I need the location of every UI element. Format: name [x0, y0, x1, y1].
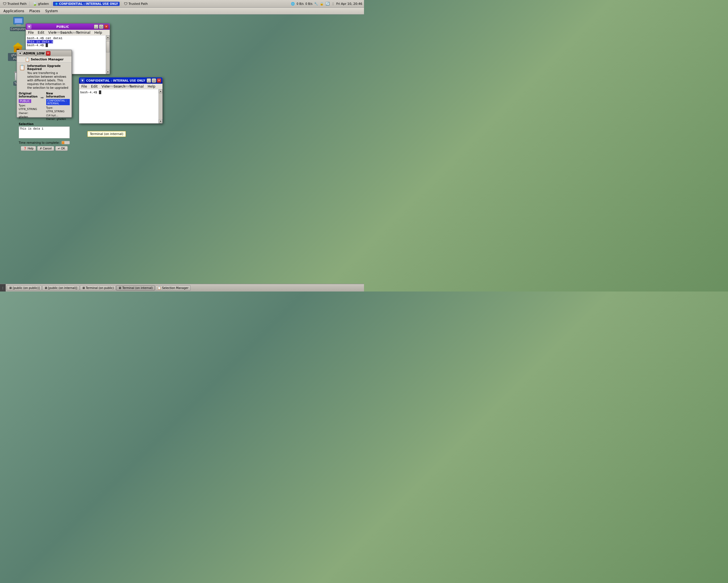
- computer-label: Computer: [10, 27, 27, 31]
- trusted-path-btn-1[interactable]: 🛡 Trusted Path: [1, 1, 28, 6]
- window-menu-btn[interactable]: ▼: [27, 24, 31, 29]
- confidential-terminal-window: ▼ CONFIDENTIAL : INTERNAL USE ONLY _ □ ✕…: [79, 77, 163, 124]
- dialog-body: 📋 Information Upgrade Required You are t…: [17, 63, 72, 153]
- pub-menu-file[interactable]: File: [27, 31, 35, 34]
- terminal-icon-3: 🖥: [82, 286, 85, 290]
- taskbar-item-public-public[interactable]: 🖥 [public (on public)]: [7, 285, 42, 290]
- cancel-button[interactable]: ✗ Cancel: [37, 146, 54, 151]
- public-titlebar-label: PUBLIC: [31, 25, 94, 29]
- selected-text: This is data 1: [27, 40, 53, 43]
- new-col: New Information CONFIDENTIAL : INTERNAL …: [46, 92, 70, 121]
- terminal-line-3: bash-4.4$: [27, 43, 109, 47]
- confidential-btn[interactable]: 💠 CONFIDENTIAL : INTERNAL USE ONLY: [53, 2, 120, 6]
- taskbar-start[interactable]: ⋮: [0, 284, 6, 292]
- ok-label: OK: [61, 147, 65, 150]
- dialog-titlebar[interactable]: ▼ ADMIN_LOW ✕: [17, 50, 72, 56]
- help-label: Help: [27, 147, 33, 150]
- taskbar-item-label-5: Selection Manager: [162, 286, 188, 289]
- scroll-up[interactable]: ▲: [106, 35, 110, 40]
- conf-window-menu-btn[interactable]: ▼: [80, 78, 85, 83]
- top-panel-right: 🌐 0 B/s 0 B/s 🔧 🔒 🔄 ⋮ Fri Apr 10, 20:46: [289, 2, 364, 6]
- pub-menu-edit[interactable]: Edit: [36, 31, 45, 34]
- selection-section: Selection: [19, 123, 70, 139]
- taskbar-item-label-2: [public (on internal)]: [48, 286, 77, 289]
- menu-system[interactable]: System: [43, 8, 60, 14]
- conf-window-controls: _ □ ✕: [147, 78, 161, 83]
- conf-scroll-down[interactable]: ▼: [159, 119, 162, 123]
- dialog-title-text: Selection Manager: [31, 57, 64, 61]
- selection-label: Selection: [19, 123, 70, 126]
- dialog-window-title: ADMIN_LOW: [23, 52, 45, 55]
- dialog-close-btn[interactable]: ✕: [46, 51, 50, 56]
- clipboard-icon: 📋: [25, 57, 30, 62]
- maximize-btn[interactable]: □: [99, 24, 103, 29]
- conf-menu-edit[interactable]: Edit: [90, 84, 99, 88]
- close-btn[interactable]: ✕: [104, 24, 109, 29]
- conf-menu-help[interactable]: Help: [147, 84, 156, 88]
- lock-icon: 🔒: [320, 2, 324, 6]
- confidential-icon: 💠: [55, 2, 58, 5]
- tooltip-text: Terminal (on internal): [90, 132, 123, 136]
- conf-maximize-btn[interactable]: □: [152, 78, 156, 83]
- scroll-thumb[interactable]: [106, 41, 110, 52]
- taskbar-item-public-internal[interactable]: 🖥 [public (on internal)]: [42, 285, 79, 290]
- terminal-icon-2: 🖥: [44, 286, 47, 290]
- leaf-icon: 🍃: [33, 2, 37, 6]
- confidential-terminal-menubar: Terminal (on internal) File Edit View Se…: [79, 84, 162, 89]
- timer-row: Time remaining to complete:: [19, 141, 70, 144]
- dialog-buttons: ❓ Help ✗ Cancel ↵ OK: [19, 146, 70, 151]
- taskbar-item-selection-manager[interactable]: 📋 Selection Manager: [155, 285, 190, 290]
- network-icon: 🌐: [291, 2, 295, 6]
- scroll-down[interactable]: ▼: [106, 70, 110, 74]
- conf-close-btn[interactable]: ✕: [157, 78, 161, 83]
- info-box: 📋 Information Upgrade Required You are t…: [19, 65, 70, 90]
- selection-textarea[interactable]: [19, 126, 70, 138]
- terminal-subtitle: Terminal (on public): [54, 31, 82, 34]
- info-icon: 📋: [19, 65, 26, 73]
- conf-terminal-subtitle: Terminal (on internal): [105, 85, 136, 88]
- tooltip: Terminal (on internal): [87, 131, 126, 137]
- cancel-icon: ✗: [40, 147, 42, 150]
- top-panel: 🛡 Trusted Path 🍃 gfaden 💠 CONFIDENTIAL :…: [0, 0, 364, 8]
- ok-button[interactable]: ↵ OK: [55, 146, 68, 151]
- taskbar-item-terminal-public[interactable]: 🖥 Terminal (on public): [80, 285, 116, 290]
- menu-applications[interactable]: Applications: [1, 8, 26, 14]
- dialog-menu-btn[interactable]: ▼: [18, 51, 22, 55]
- dialog-subtitle: 📋 Selection Manager: [17, 56, 72, 63]
- confidential-titlebar[interactable]: ▼ CONFIDENTIAL : INTERNAL USE ONLY _ □ ✕: [79, 77, 162, 84]
- top-panel-left: 🛡 Trusted Path 🍃 gfaden 💠 CONFIDENTIAL :…: [0, 1, 151, 6]
- conf-terminal-scrollbar[interactable]: ▲ ▼: [158, 89, 162, 123]
- network-speed-2: 0 B/s: [305, 2, 312, 5]
- clock: Fri Apr 10, 20:46: [336, 2, 362, 6]
- transfer-arrow-icon: ➡: [41, 95, 44, 121]
- new-owner: Owner: gfaden: [46, 117, 70, 121]
- minimize-btn[interactable]: _: [94, 24, 98, 29]
- original-header: Original Information: [19, 92, 38, 98]
- dialog-controls: ✕: [46, 51, 50, 56]
- original-owner: Owner: gfaden: [19, 111, 38, 119]
- taskbar-items: 🖥 [public (on public)] 🖥 [public (on int…: [6, 285, 364, 290]
- public-terminal-menubar: Terminal (on public) File Edit View Sear…: [26, 30, 110, 35]
- confidential-terminal-body[interactable]: bash-4.4$ ▲ ▼: [79, 89, 162, 123]
- public-terminal-titlebar[interactable]: ▼ PUBLIC _ □ ✕: [26, 24, 110, 30]
- new-badge: CONFIDENTIAL : INTERNAL: [46, 99, 70, 105]
- progress-bar: [61, 141, 70, 144]
- taskbar-item-terminal-internal[interactable]: 🖥 Terminal (on internal): [116, 285, 155, 290]
- new-type: Type: UTF8_STRING (14 byt...: [46, 106, 70, 117]
- gfaden-btn[interactable]: 🍃 gfaden: [31, 1, 50, 6]
- taskbar: ⋮ 🖥 [public (on public)] 🖥 [public (on i…: [0, 284, 364, 292]
- conf-minimize-btn[interactable]: _: [147, 78, 151, 83]
- menu-places[interactable]: Places: [27, 8, 42, 14]
- conf-scroll-up[interactable]: ▲: [159, 89, 162, 93]
- computer-icon-img: [13, 17, 24, 26]
- clipboard-icon-taskbar: 📋: [157, 286, 161, 290]
- conf-menu-file[interactable]: File: [80, 84, 88, 88]
- trusted-path-btn-2[interactable]: 🛡 Trusted Path: [122, 1, 149, 6]
- new-header: New Information: [46, 92, 70, 98]
- info-body: You are transferring a selection between…: [27, 71, 70, 90]
- original-col: Original Information PUBLIC Type: UTF8_S…: [19, 92, 38, 121]
- taskbar-item-label-4: Terminal (on internal): [122, 286, 153, 289]
- pub-menu-help[interactable]: Help: [93, 31, 103, 34]
- terminal-scrollbar[interactable]: ▲ ▼: [106, 35, 110, 74]
- help-button[interactable]: ❓ Help: [21, 146, 36, 151]
